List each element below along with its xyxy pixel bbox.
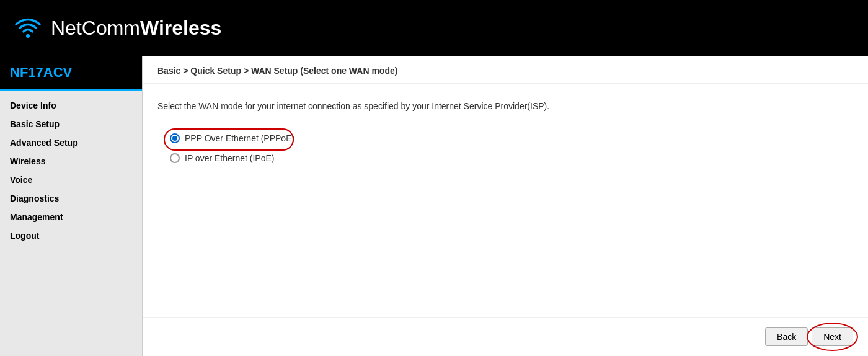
ipoe-text: IP over Ethernet (IPoE) xyxy=(185,153,274,163)
sidebar-item-logout[interactable]: Logout xyxy=(0,226,142,245)
pppoe-label[interactable]: PPP Over Ethernet (PPPoE) xyxy=(170,133,294,143)
next-button-wrapper: Next xyxy=(812,327,853,346)
back-button[interactable]: Back xyxy=(765,327,808,346)
sidebar-item-voice[interactable]: Voice xyxy=(0,171,142,189)
button-bar: Back Next xyxy=(143,317,868,356)
description-text: Select the WAN mode for your internet co… xyxy=(157,101,853,111)
sidebar-item-device-info[interactable]: Device Info xyxy=(0,96,142,115)
sidebar-item-advanced-setup[interactable]: Advanced Setup xyxy=(0,133,142,152)
next-button[interactable]: Next xyxy=(812,327,853,346)
content-area: Select the WAN mode for your internet co… xyxy=(143,84,868,317)
pppoe-radio[interactable] xyxy=(170,133,180,143)
wan-option-ipoe[interactable]: IP over Ethernet (IPoE) xyxy=(170,153,853,163)
main-content: Basic > Quick Setup > WAN Setup (Select … xyxy=(143,56,868,356)
svg-point-0 xyxy=(26,34,30,38)
sidebar: NF17ACV Device Info Basic Setup Advanced… xyxy=(0,56,143,356)
logo-icon xyxy=(12,12,43,43)
sidebar-item-diagnostics[interactable]: Diagnostics xyxy=(0,189,142,208)
wan-option-pppoe[interactable]: PPP Over Ethernet (PPPoE) xyxy=(170,133,853,143)
breadcrumb: Basic > Quick Setup > WAN Setup (Select … xyxy=(143,56,868,84)
header: NetCommWireless xyxy=(0,0,868,56)
pppoe-text: PPP Over Ethernet (PPPoE) xyxy=(185,133,294,143)
sidebar-item-wireless[interactable]: Wireless xyxy=(0,152,142,171)
device-title: NF17ACV xyxy=(0,56,142,91)
ipoe-radio[interactable] xyxy=(170,153,180,163)
sidebar-item-basic-setup[interactable]: Basic Setup xyxy=(0,115,142,133)
ipoe-label[interactable]: IP over Ethernet (IPoE) xyxy=(170,153,274,163)
sidebar-nav: Device Info Basic Setup Advanced Setup W… xyxy=(0,91,142,250)
sidebar-item-management[interactable]: Management xyxy=(0,208,142,226)
brand-name: NetCommWireless xyxy=(51,17,221,40)
